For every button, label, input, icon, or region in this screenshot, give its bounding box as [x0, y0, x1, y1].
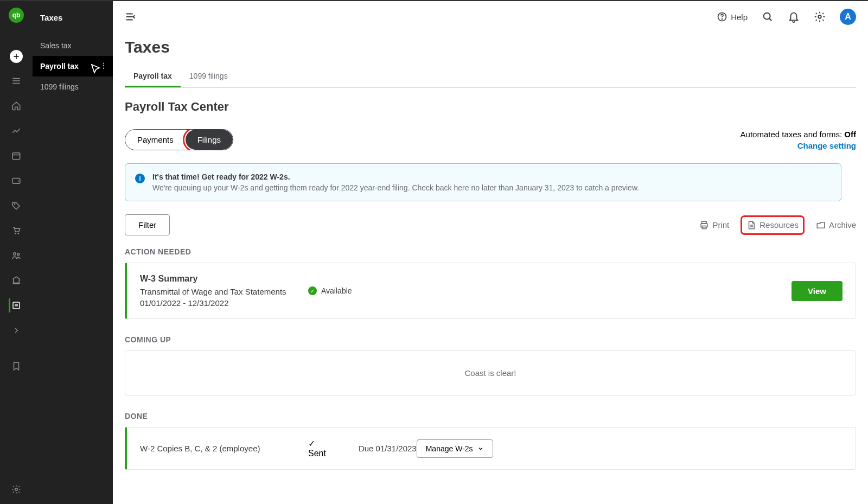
card-status: ✓ Available: [308, 286, 352, 295]
card-subtitle: Transmittal of Wage and Tax Statements: [140, 287, 308, 296]
card-date-range: 01/01/2022 - 12/31/2022: [140, 298, 308, 308]
tab-1099-filings[interactable]: 1099 filings: [181, 66, 237, 87]
tab-payroll-tax[interactable]: Payroll tax: [125, 66, 181, 87]
sub-nav: Taxes Sales tax Payroll tax ⋮ 1099 filin…: [33, 1, 113, 504]
chevron-down-icon: [477, 445, 484, 452]
coming-up-empty: Coast is clear!: [125, 350, 856, 395]
info-icon: i: [135, 174, 145, 183]
wallet-icon[interactable]: [9, 174, 23, 188]
svg-point-3: [15, 233, 16, 234]
filing-card-w3: W-3 Summary Transmittal of Wage and Tax …: [125, 263, 856, 319]
done-status: ✓ Sent: [308, 438, 326, 458]
segmented-control: Payments Filings: [125, 129, 233, 150]
print-button[interactable]: Print: [699, 220, 729, 230]
gear-icon[interactable]: [814, 11, 826, 23]
qb-logo[interactable]: qb: [9, 8, 24, 23]
calendar-icon[interactable]: [9, 149, 23, 163]
section-action-needed: ACTION NEEDED: [125, 247, 856, 256]
tag-icon[interactable]: [9, 199, 23, 213]
icon-rail: qb: [0, 1, 33, 504]
svg-point-2: [14, 203, 15, 205]
svg-point-4: [18, 233, 19, 234]
section-coming-up: COMING UP: [125, 335, 856, 344]
chevron-right-icon[interactable]: [9, 323, 23, 337]
cart-icon[interactable]: [9, 224, 23, 238]
cursor-overlay: [90, 63, 103, 76]
help-button[interactable]: Help: [717, 11, 748, 22]
card-title: W-3 Summary: [140, 274, 308, 284]
avatar[interactable]: A: [840, 9, 856, 25]
resources-button[interactable]: Resources: [742, 217, 803, 233]
view-button[interactable]: View: [792, 281, 843, 301]
svg-rect-0: [12, 153, 20, 160]
segment-payments[interactable]: Payments: [125, 130, 186, 150]
segment-filings[interactable]: Filings: [186, 130, 233, 150]
home-icon[interactable]: [9, 99, 23, 113]
svg-point-6: [17, 253, 20, 256]
bank-icon[interactable]: [9, 273, 23, 288]
add-button[interactable]: [10, 50, 23, 63]
sidebar-item-sales-tax[interactable]: Sales tax: [33, 35, 113, 56]
page-content: Taxes Payroll tax 1099 filings Payroll T…: [113, 33, 868, 504]
people-icon[interactable]: [9, 248, 23, 263]
archive-button[interactable]: Archive: [816, 220, 856, 230]
svg-point-8: [15, 488, 18, 491]
svg-point-5: [14, 253, 16, 256]
page-title: Taxes: [125, 38, 856, 56]
done-due: Due 01/31/2023: [359, 444, 417, 453]
bookmark-icon[interactable]: [9, 359, 23, 373]
info-head: It's that time! Get ready for 2022 W-2s.: [152, 173, 639, 181]
section-title: Payroll Tax Center: [125, 100, 856, 114]
check-icon: ✓: [308, 286, 317, 295]
change-setting-link[interactable]: Change setting: [741, 141, 856, 150]
manage-w2s-button[interactable]: Manage W-2s: [417, 439, 493, 458]
subnav-title: Taxes: [33, 13, 113, 35]
svg-point-10: [722, 19, 723, 20]
collapse-nav-icon[interactable]: [125, 11, 137, 23]
search-icon[interactable]: [762, 11, 774, 23]
check-icon: ✓: [308, 438, 326, 449]
top-bar: Help A: [113, 1, 868, 33]
sidebar-item-1099[interactable]: 1099 filings: [33, 76, 113, 97]
filter-button[interactable]: Filter: [125, 214, 170, 235]
section-done: DONE: [125, 412, 856, 420]
notification-icon[interactable]: [788, 11, 800, 23]
info-banner: i It's that time! Get ready for 2022 W-2…: [125, 163, 841, 201]
done-title: W-2 Copies B, C, & 2 (employee): [140, 444, 308, 453]
info-body: We're queuing up your W-2s and getting t…: [152, 183, 639, 192]
menu-icon[interactable]: [9, 74, 23, 88]
main-area: Help A Taxes Payroll tax 1099 filings Pa…: [113, 1, 868, 504]
settings-rail-icon[interactable]: [9, 482, 23, 496]
filing-card-w2: W-2 Copies B, C, & 2 (employee) ✓ Sent D…: [125, 427, 856, 470]
svg-point-12: [818, 15, 821, 18]
taxes-icon[interactable]: [9, 298, 23, 312]
page-tabs: Payroll tax 1099 filings: [125, 66, 856, 88]
chart-icon[interactable]: [9, 124, 23, 138]
automated-taxes-text: Automated taxes and forms: Off Change se…: [741, 130, 856, 150]
